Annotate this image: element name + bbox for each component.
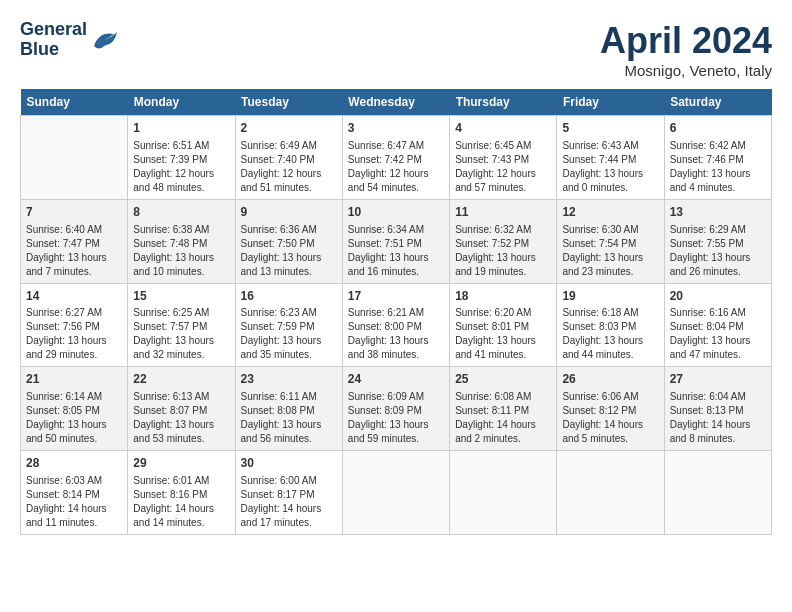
- logo-bird-icon: [89, 26, 119, 54]
- day-number: 6: [670, 120, 766, 137]
- day-info-text: Sunrise: 6:36 AM Sunset: 7:50 PM Dayligh…: [241, 223, 337, 279]
- calendar-header-row: SundayMondayTuesdayWednesdayThursdayFrid…: [21, 89, 772, 116]
- day-info-text: Sunrise: 6:09 AM Sunset: 8:09 PM Dayligh…: [348, 390, 444, 446]
- calendar-week-row: 28Sunrise: 6:03 AM Sunset: 8:14 PM Dayli…: [21, 451, 772, 535]
- day-info-text: Sunrise: 6:01 AM Sunset: 8:16 PM Dayligh…: [133, 474, 229, 530]
- day-number: 28: [26, 455, 122, 472]
- day-number: 13: [670, 204, 766, 221]
- day-info-text: Sunrise: 6:04 AM Sunset: 8:13 PM Dayligh…: [670, 390, 766, 446]
- calendar-day-cell: 24Sunrise: 6:09 AM Sunset: 8:09 PM Dayli…: [342, 367, 449, 451]
- calendar-day-cell: 9Sunrise: 6:36 AM Sunset: 7:50 PM Daylig…: [235, 199, 342, 283]
- day-info-text: Sunrise: 6:45 AM Sunset: 7:43 PM Dayligh…: [455, 139, 551, 195]
- day-of-week-header: Wednesday: [342, 89, 449, 116]
- day-info-text: Sunrise: 6:29 AM Sunset: 7:55 PM Dayligh…: [670, 223, 766, 279]
- day-number: 24: [348, 371, 444, 388]
- calendar-week-row: 7Sunrise: 6:40 AM Sunset: 7:47 PM Daylig…: [21, 199, 772, 283]
- day-number: 8: [133, 204, 229, 221]
- logo: General Blue: [20, 20, 119, 60]
- calendar-day-cell: 2Sunrise: 6:49 AM Sunset: 7:40 PM Daylig…: [235, 116, 342, 200]
- day-number: 16: [241, 288, 337, 305]
- day-info-text: Sunrise: 6:25 AM Sunset: 7:57 PM Dayligh…: [133, 306, 229, 362]
- day-info-text: Sunrise: 6:34 AM Sunset: 7:51 PM Dayligh…: [348, 223, 444, 279]
- calendar-day-cell: 28Sunrise: 6:03 AM Sunset: 8:14 PM Dayli…: [21, 451, 128, 535]
- calendar-day-cell: 6Sunrise: 6:42 AM Sunset: 7:46 PM Daylig…: [664, 116, 771, 200]
- day-number: 1: [133, 120, 229, 137]
- day-info-text: Sunrise: 6:11 AM Sunset: 8:08 PM Dayligh…: [241, 390, 337, 446]
- day-number: 20: [670, 288, 766, 305]
- day-number: 4: [455, 120, 551, 137]
- calendar-day-cell: [342, 451, 449, 535]
- day-info-text: Sunrise: 6:23 AM Sunset: 7:59 PM Dayligh…: [241, 306, 337, 362]
- calendar-day-cell: 30Sunrise: 6:00 AM Sunset: 8:17 PM Dayli…: [235, 451, 342, 535]
- calendar-day-cell: 1Sunrise: 6:51 AM Sunset: 7:39 PM Daylig…: [128, 116, 235, 200]
- calendar-day-cell: 11Sunrise: 6:32 AM Sunset: 7:52 PM Dayli…: [450, 199, 557, 283]
- day-of-week-header: Tuesday: [235, 89, 342, 116]
- day-number: 30: [241, 455, 337, 472]
- day-of-week-header: Thursday: [450, 89, 557, 116]
- calendar-day-cell: 4Sunrise: 6:45 AM Sunset: 7:43 PM Daylig…: [450, 116, 557, 200]
- day-info-text: Sunrise: 6:32 AM Sunset: 7:52 PM Dayligh…: [455, 223, 551, 279]
- day-number: 23: [241, 371, 337, 388]
- calendar-day-cell: [450, 451, 557, 535]
- calendar-day-cell: 17Sunrise: 6:21 AM Sunset: 8:00 PM Dayli…: [342, 283, 449, 367]
- day-number: 12: [562, 204, 658, 221]
- calendar-day-cell: 12Sunrise: 6:30 AM Sunset: 7:54 PM Dayli…: [557, 199, 664, 283]
- logo-text-line2: Blue: [20, 40, 87, 60]
- day-info-text: Sunrise: 6:49 AM Sunset: 7:40 PM Dayligh…: [241, 139, 337, 195]
- day-info-text: Sunrise: 6:20 AM Sunset: 8:01 PM Dayligh…: [455, 306, 551, 362]
- logo-text-line1: General: [20, 20, 87, 40]
- day-number: 15: [133, 288, 229, 305]
- day-info-text: Sunrise: 6:30 AM Sunset: 7:54 PM Dayligh…: [562, 223, 658, 279]
- day-number: 26: [562, 371, 658, 388]
- day-number: 5: [562, 120, 658, 137]
- day-info-text: Sunrise: 6:13 AM Sunset: 8:07 PM Dayligh…: [133, 390, 229, 446]
- day-number: 7: [26, 204, 122, 221]
- day-info-text: Sunrise: 6:18 AM Sunset: 8:03 PM Dayligh…: [562, 306, 658, 362]
- calendar-day-cell: 22Sunrise: 6:13 AM Sunset: 8:07 PM Dayli…: [128, 367, 235, 451]
- day-number: 27: [670, 371, 766, 388]
- title-block: April 2024 Mosnigo, Veneto, Italy: [600, 20, 772, 79]
- calendar-day-cell: 14Sunrise: 6:27 AM Sunset: 7:56 PM Dayli…: [21, 283, 128, 367]
- day-number: 18: [455, 288, 551, 305]
- day-number: 17: [348, 288, 444, 305]
- calendar-day-cell: 5Sunrise: 6:43 AM Sunset: 7:44 PM Daylig…: [557, 116, 664, 200]
- day-info-text: Sunrise: 6:21 AM Sunset: 8:00 PM Dayligh…: [348, 306, 444, 362]
- calendar-day-cell: 19Sunrise: 6:18 AM Sunset: 8:03 PM Dayli…: [557, 283, 664, 367]
- calendar-day-cell: [557, 451, 664, 535]
- day-info-text: Sunrise: 6:00 AM Sunset: 8:17 PM Dayligh…: [241, 474, 337, 530]
- day-info-text: Sunrise: 6:03 AM Sunset: 8:14 PM Dayligh…: [26, 474, 122, 530]
- calendar-day-cell: 10Sunrise: 6:34 AM Sunset: 7:51 PM Dayli…: [342, 199, 449, 283]
- calendar-day-cell: 7Sunrise: 6:40 AM Sunset: 7:47 PM Daylig…: [21, 199, 128, 283]
- calendar-day-cell: 15Sunrise: 6:25 AM Sunset: 7:57 PM Dayli…: [128, 283, 235, 367]
- day-info-text: Sunrise: 6:06 AM Sunset: 8:12 PM Dayligh…: [562, 390, 658, 446]
- day-info-text: Sunrise: 6:38 AM Sunset: 7:48 PM Dayligh…: [133, 223, 229, 279]
- calendar-week-row: 21Sunrise: 6:14 AM Sunset: 8:05 PM Dayli…: [21, 367, 772, 451]
- calendar-day-cell: 23Sunrise: 6:11 AM Sunset: 8:08 PM Dayli…: [235, 367, 342, 451]
- day-number: 9: [241, 204, 337, 221]
- page-header: General Blue April 2024 Mosnigo, Veneto,…: [20, 20, 772, 79]
- calendar-day-cell: 21Sunrise: 6:14 AM Sunset: 8:05 PM Dayli…: [21, 367, 128, 451]
- day-info-text: Sunrise: 6:42 AM Sunset: 7:46 PM Dayligh…: [670, 139, 766, 195]
- day-of-week-header: Saturday: [664, 89, 771, 116]
- day-number: 25: [455, 371, 551, 388]
- calendar-day-cell: 18Sunrise: 6:20 AM Sunset: 8:01 PM Dayli…: [450, 283, 557, 367]
- day-info-text: Sunrise: 6:40 AM Sunset: 7:47 PM Dayligh…: [26, 223, 122, 279]
- calendar-day-cell: 16Sunrise: 6:23 AM Sunset: 7:59 PM Dayli…: [235, 283, 342, 367]
- day-of-week-header: Monday: [128, 89, 235, 116]
- calendar-day-cell: 13Sunrise: 6:29 AM Sunset: 7:55 PM Dayli…: [664, 199, 771, 283]
- day-of-week-header: Friday: [557, 89, 664, 116]
- calendar-day-cell: 25Sunrise: 6:08 AM Sunset: 8:11 PM Dayli…: [450, 367, 557, 451]
- calendar-week-row: 1Sunrise: 6:51 AM Sunset: 7:39 PM Daylig…: [21, 116, 772, 200]
- calendar-day-cell: 27Sunrise: 6:04 AM Sunset: 8:13 PM Dayli…: [664, 367, 771, 451]
- calendar-week-row: 14Sunrise: 6:27 AM Sunset: 7:56 PM Dayli…: [21, 283, 772, 367]
- calendar-day-cell: 29Sunrise: 6:01 AM Sunset: 8:16 PM Dayli…: [128, 451, 235, 535]
- day-info-text: Sunrise: 6:47 AM Sunset: 7:42 PM Dayligh…: [348, 139, 444, 195]
- location-text: Mosnigo, Veneto, Italy: [600, 62, 772, 79]
- day-info-text: Sunrise: 6:14 AM Sunset: 8:05 PM Dayligh…: [26, 390, 122, 446]
- day-number: 19: [562, 288, 658, 305]
- calendar-table: SundayMondayTuesdayWednesdayThursdayFrid…: [20, 89, 772, 535]
- day-number: 10: [348, 204, 444, 221]
- month-title: April 2024: [600, 20, 772, 62]
- calendar-day-cell: 26Sunrise: 6:06 AM Sunset: 8:12 PM Dayli…: [557, 367, 664, 451]
- day-info-text: Sunrise: 6:27 AM Sunset: 7:56 PM Dayligh…: [26, 306, 122, 362]
